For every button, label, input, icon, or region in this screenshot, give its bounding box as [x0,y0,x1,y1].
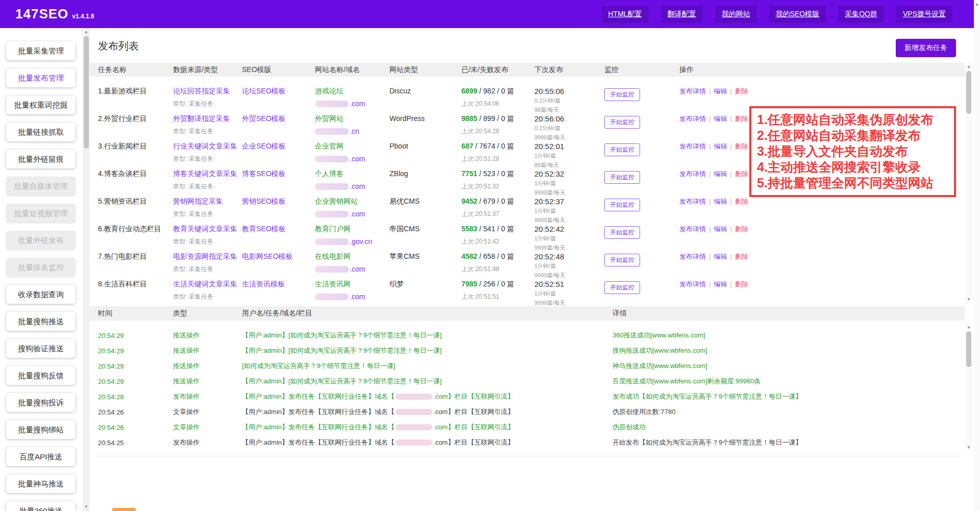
seo-template-link[interactable]: 企业SEO模板 [242,142,315,169]
task-name: 2.外贸行业栏目 [98,114,173,141]
edit-link[interactable]: 编辑 [714,115,727,123]
edit-link[interactable]: 编辑 [714,142,727,150]
start-monitor-button[interactable]: 开始监控 [604,171,640,184]
log-row: 20:54:26 文章操作 【用户:admin】发布任务【互联网行业任务】域名【… [90,420,965,435]
sidebar-item[interactable]: 批量搜狗绑站 [6,420,76,439]
scroll-up-icon[interactable]: ▲ [83,29,90,35]
edit-link[interactable]: 编辑 [714,253,727,260]
domain-suffix[interactable]: .com [350,155,365,163]
edit-link[interactable]: 编辑 [714,280,727,288]
sidebar-item[interactable]: 百度API推送 [6,447,76,466]
source-link[interactable]: 外贸翻译指定采集 [173,114,242,124]
redacted-domain [315,101,349,107]
column-header: 用户名/任务/域名/栏目 [242,309,612,318]
edit-link[interactable]: 编辑 [714,198,727,205]
scroll-down-icon[interactable]: ▼ [965,445,973,451]
nav-item[interactable]: HTML配置 [602,6,649,23]
scroll-down-icon[interactable]: ▼ [965,297,973,303]
publish-detail-link[interactable]: 发布详情 [679,225,706,233]
log-type: 推送操作 [173,331,242,340]
sidebar-item[interactable]: 批量权重词挖掘 [6,95,76,114]
delete-link[interactable]: 删除 [735,198,748,205]
publish-detail-link[interactable]: 发布详情 [679,87,706,95]
sidebar-item[interactable]: 收录数据查询 [6,285,76,304]
content-scrollbar[interactable]: ▲ ▼ [83,28,90,511]
publish-detail-link[interactable]: 发布详情 [679,253,706,260]
seo-template-link[interactable]: 生活资讯模板 [242,280,315,307]
publish-detail-link[interactable]: 发布详情 [679,115,706,123]
scroll-thumb[interactable] [966,331,971,367]
seo-template-link[interactable]: 电影网SEO模板 [242,252,315,279]
domain-suffix[interactable]: .cn [350,127,359,135]
task-table-scrollbar[interactable]: ▲ ▼ [965,63,973,304]
source-link[interactable]: 论坛回答指定采集 [173,87,242,96]
start-monitor-button[interactable]: 开始监控 [604,199,640,211]
scroll-thumb[interactable] [966,71,971,114]
domain-suffix[interactable]: .com [350,210,365,218]
sidebar-item[interactable]: 批量搜狗投诉 [6,393,76,412]
domain-suffix[interactable]: .com [350,100,365,108]
domain-suffix[interactable]: .com [350,265,365,273]
delete-link[interactable]: 删除 [735,115,748,123]
nav-item[interactable]: 翻译配置 [661,6,703,23]
start-monitor-button[interactable]: 开始监控 [604,143,640,156]
start-monitor-button[interactable]: 开始监控 [604,88,640,101]
start-monitor-button[interactable]: 开始监控 [604,116,640,129]
sidebar-item[interactable]: 批量搜狗推送 [6,312,76,331]
scroll-thumb[interactable] [84,36,89,149]
start-monitor-button[interactable]: 开始监控 [604,226,640,239]
domain-suffix[interactable]: .com [350,293,365,301]
delete-link[interactable]: 删除 [735,225,748,233]
new-publish-task-button[interactable]: 新增发布任务 [896,39,956,57]
page-scrollbar[interactable]: ▲ [974,0,980,511]
publish-detail-link[interactable]: 发布详情 [679,280,706,288]
edit-link[interactable]: 编辑 [714,225,727,233]
source-link[interactable]: 行业关键词文章采集 [173,142,242,151]
source-link[interactable]: 教育关键词文章采集 [173,225,242,234]
seo-template-link[interactable]: 营销SEO模板 [242,197,315,224]
sidebar-item[interactable]: 批量神马推送 [6,474,76,493]
delete-link[interactable]: 删除 [735,87,748,95]
scroll-down-icon[interactable]: ▼ [83,504,90,510]
delete-link[interactable]: 删除 [735,253,748,260]
start-monitor-button[interactable]: 开始监控 [604,254,640,266]
log-scrollbar[interactable]: ▲ ▼ [965,323,973,452]
nav-item[interactable]: VPS拨号设置 [896,6,952,23]
sidebar-item[interactable]: 批量链接抓取 [6,123,76,141]
edit-link[interactable]: 编辑 [714,170,727,178]
seo-template-link[interactable]: 博客SEO模板 [242,169,315,197]
domain-suffix[interactable]: .com [350,182,365,190]
seo-template-link[interactable]: 教育SEO模板 [242,225,315,252]
publish-detail-link[interactable]: 发布详情 [679,170,706,178]
start-monitor-button[interactable]: 开始监控 [604,281,640,294]
sidebar-item[interactable]: 批量外链留痕 [6,150,76,168]
app-header: 147SEO v1.4.1.6 HTML配置翻译配置我的网站我的SEO模版采集Q… [0,0,974,28]
op-separator: | [730,87,731,95]
delete-link[interactable]: 删除 [735,170,748,178]
source-link[interactable]: 营销网指定采集 [173,197,242,206]
delete-link[interactable]: 删除 [735,280,748,288]
nav-item[interactable]: 我的SEO模版 [769,6,826,23]
domain-suffix[interactable]: .gov.cn [350,237,372,246]
source-link[interactable]: 电影资源网指定采集 [173,252,242,261]
source-link[interactable]: 博客关键词文章采集 [173,169,242,179]
sidebar-item[interactable]: 搜狗验证推送 [6,339,76,358]
nav-item[interactable]: 采集QQ群 [838,6,884,23]
sidebar-item[interactable]: 批量360推送 [6,501,76,511]
log-time: 20:54:29 [98,378,173,385]
publish-detail-link[interactable]: 发布详情 [679,198,706,205]
scroll-up-icon[interactable]: ▲ [965,324,973,330]
sidebar-item[interactable]: 批量搜狗反馈 [6,366,76,385]
cms-type: Pboot [389,142,461,169]
publish-detail-link[interactable]: 发布详情 [679,142,706,150]
sidebar-item[interactable]: 批量采集管理 [6,41,76,60]
delete-link[interactable]: 删除 [735,142,748,150]
scroll-up-icon[interactable]: ▲ [965,64,973,70]
nav-item[interactable]: 我的网站 [715,6,757,23]
seo-template-link[interactable]: 论坛SEO模板 [242,87,315,114]
source-link[interactable]: 生活关键词文章采集 [173,280,242,289]
sidebar-item[interactable]: 批量发布管理 [6,68,76,87]
seo-template-link[interactable]: 外贸SEO模板 [242,114,315,141]
edit-link[interactable]: 编辑 [714,87,727,95]
scroll-up-icon[interactable]: ▲ [974,2,980,8]
